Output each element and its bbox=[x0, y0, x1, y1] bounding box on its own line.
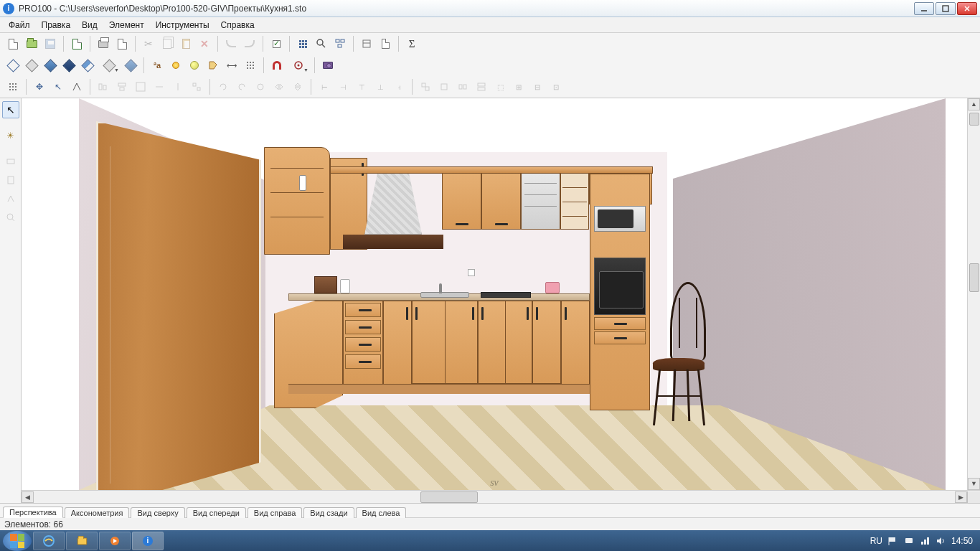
group-7[interactable]: ⊟ bbox=[529, 78, 546, 95]
viewport-3d[interactable]: sv bbox=[22, 98, 967, 490]
tab-top[interactable]: Вид сверху bbox=[131, 507, 184, 518]
magnet-button[interactable] bbox=[268, 57, 286, 74]
shape-tool[interactable] bbox=[2, 190, 19, 207]
align-3[interactable] bbox=[132, 78, 149, 95]
flip-v[interactable] bbox=[289, 78, 306, 95]
align-2[interactable] bbox=[113, 78, 131, 95]
group-4[interactable] bbox=[473, 78, 490, 95]
wall-tool[interactable] bbox=[2, 153, 19, 170]
menu-edit[interactable]: Правка bbox=[36, 19, 77, 32]
scroll-right-button[interactable]: ▶ bbox=[955, 491, 967, 503]
tab-back[interactable]: Вид сзади bbox=[303, 507, 354, 518]
tray-volume-icon[interactable] bbox=[936, 536, 946, 546]
start-button[interactable] bbox=[3, 531, 32, 551]
zoom-button[interactable] bbox=[313, 35, 330, 52]
tab-left[interactable]: Вид слева bbox=[356, 507, 407, 518]
menu-view[interactable]: Вид bbox=[76, 19, 103, 32]
report-button[interactable] bbox=[377, 35, 394, 52]
dist-1[interactable]: ⊢ bbox=[316, 78, 333, 95]
menu-element[interactable]: Элемент bbox=[103, 19, 150, 32]
tab-front[interactable]: Вид спереди bbox=[187, 507, 246, 518]
taskbar-pro100[interactable]: i bbox=[132, 532, 164, 550]
copy-button[interactable] bbox=[159, 35, 176, 52]
view-sketch-button[interactable] bbox=[23, 57, 40, 74]
light-button[interactable] bbox=[167, 57, 184, 74]
view-color-button[interactable] bbox=[42, 57, 59, 74]
tab-axonometry[interactable]: Аксонометрия bbox=[65, 507, 130, 518]
camera-button[interactable] bbox=[319, 57, 336, 74]
tab-perspective[interactable]: Перспектива bbox=[3, 507, 63, 518]
dist-5[interactable]: ⫞ bbox=[390, 78, 407, 95]
align-6[interactable] bbox=[188, 78, 205, 95]
scroll-thumb-mid[interactable] bbox=[969, 263, 979, 292]
catalog-button[interactable] bbox=[294, 35, 311, 52]
taskbar-wmp[interactable] bbox=[99, 532, 131, 550]
save-button[interactable] bbox=[42, 35, 59, 52]
price-button[interactable] bbox=[358, 35, 375, 52]
properties-button[interactable] bbox=[268, 35, 285, 52]
grid-snap-button[interactable] bbox=[4, 78, 22, 95]
move-xy-button[interactable]: ✥ bbox=[31, 78, 48, 95]
select-tool[interactable]: ↖ bbox=[2, 101, 19, 118]
minimize-button[interactable] bbox=[914, 2, 934, 15]
panel-tool[interactable] bbox=[2, 171, 19, 189]
scrollbar-horizontal[interactable]: ◀ ▶ bbox=[22, 490, 980, 503]
dist-2[interactable]: ⊣ bbox=[334, 78, 352, 95]
sigma-button[interactable]: Σ bbox=[403, 35, 420, 52]
sun-button[interactable] bbox=[186, 57, 203, 74]
tray-flag-icon[interactable] bbox=[888, 536, 898, 546]
dist-4[interactable]: ⊥ bbox=[372, 78, 389, 95]
tray-action-icon[interactable] bbox=[904, 536, 914, 546]
maximize-button[interactable] bbox=[936, 2, 956, 15]
scroll-thumb-top[interactable] bbox=[969, 113, 979, 126]
flip-h[interactable] bbox=[270, 78, 288, 95]
shape-button[interactable] bbox=[68, 78, 85, 95]
delete-button[interactable]: ✕ bbox=[196, 35, 213, 52]
align-4[interactable] bbox=[151, 78, 168, 95]
tag-button[interactable] bbox=[204, 57, 222, 74]
group-2[interactable] bbox=[435, 78, 453, 95]
group-1[interactable] bbox=[417, 78, 434, 95]
text-button[interactable]: ªa bbox=[149, 57, 166, 74]
view-half-button[interactable] bbox=[79, 57, 96, 74]
align-5[interactable] bbox=[169, 78, 187, 95]
menu-file[interactable]: Файл bbox=[3, 19, 36, 32]
group-3[interactable] bbox=[454, 78, 471, 95]
view-texture-button[interactable] bbox=[60, 57, 77, 74]
view-wireframe-button[interactable] bbox=[4, 57, 22, 74]
grid-button[interactable] bbox=[242, 57, 259, 74]
select-cursor-button[interactable]: ↖ bbox=[50, 78, 67, 95]
undo-button[interactable] bbox=[222, 35, 240, 52]
dimension-button[interactable]: ⟷ bbox=[223, 57, 240, 74]
cut-button[interactable]: ✂ bbox=[140, 35, 157, 52]
rotate-3[interactable] bbox=[252, 78, 269, 95]
rotate-1[interactable] bbox=[215, 78, 232, 95]
scroll-left-button[interactable]: ◀ bbox=[22, 491, 34, 503]
structure-button[interactable] bbox=[331, 35, 349, 52]
group-5[interactable]: ⬚ bbox=[491, 78, 509, 95]
align-1[interactable] bbox=[95, 78, 112, 95]
new-button[interactable] bbox=[4, 35, 22, 52]
taskbar-ie[interactable] bbox=[33, 532, 65, 550]
menu-help[interactable]: Справка bbox=[215, 19, 260, 32]
zoom-tool[interactable] bbox=[2, 209, 19, 226]
redo-button[interactable] bbox=[241, 35, 258, 52]
tray-network-icon[interactable] bbox=[920, 536, 930, 546]
print-preview-button[interactable] bbox=[113, 35, 131, 52]
view-room-button[interactable]: ▼ bbox=[98, 57, 121, 74]
light-tool[interactable]: ☀ bbox=[2, 127, 19, 144]
tray-clock[interactable]: 14:50 bbox=[951, 536, 973, 546]
menu-tools[interactable]: Инструменты bbox=[150, 19, 215, 32]
snap-button[interactable]: ▼ bbox=[287, 57, 310, 74]
view-shaded-button[interactable] bbox=[122, 57, 139, 74]
paste-button[interactable] bbox=[177, 35, 194, 52]
taskbar-explorer[interactable] bbox=[66, 532, 98, 550]
group-8[interactable]: ⊡ bbox=[547, 78, 565, 95]
open-button[interactable] bbox=[23, 35, 40, 52]
scrollbar-vertical[interactable]: ▲ ▼ bbox=[967, 98, 980, 490]
import-button[interactable] bbox=[68, 35, 85, 52]
print-button[interactable] bbox=[95, 35, 112, 52]
tray-lang[interactable]: RU bbox=[870, 536, 882, 546]
tab-right[interactable]: Вид справа bbox=[248, 507, 303, 518]
dist-3[interactable]: ⊤ bbox=[353, 78, 370, 95]
